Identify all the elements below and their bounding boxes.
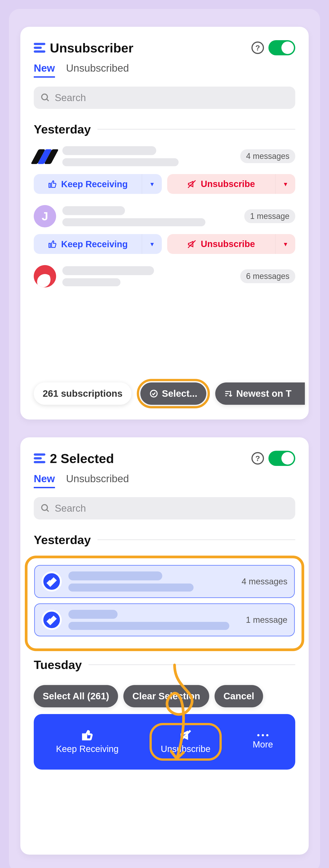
thumbs-up-icon	[48, 180, 57, 189]
svg-line-6	[47, 509, 49, 512]
select-mode-button[interactable]: Select...	[140, 382, 206, 405]
section-header: Yesterday	[34, 122, 295, 136]
selected-item[interactable]: 4 messages	[34, 565, 295, 598]
clear-selection-button[interactable]: Clear Selection	[124, 685, 209, 707]
unsubscribe-action[interactable]: Unsubscribe	[161, 730, 210, 754]
chevron-down-icon[interactable]: ▾	[142, 174, 162, 194]
checkmark-icon[interactable]	[42, 571, 62, 592]
checkmark-icon[interactable]	[42, 610, 62, 630]
app-logo-icon	[34, 43, 45, 53]
unsubscribe-button[interactable]: Unsubscribe ▾	[167, 234, 295, 254]
tab-unsubscribed[interactable]: Unsubscribed	[66, 473, 129, 488]
feature-toggle[interactable]	[268, 451, 295, 466]
megaphone-off-icon	[187, 240, 196, 249]
section-header: Yesterday	[34, 533, 295, 547]
sender-info-redacted	[62, 266, 234, 286]
svg-line-2	[188, 180, 196, 188]
sort-icon	[224, 390, 233, 398]
search-input[interactable]: Search	[34, 87, 295, 109]
cancel-button[interactable]: Cancel	[215, 685, 263, 707]
more-icon	[257, 734, 268, 736]
unsubscribe-button[interactable]: Unsubscribe ▾	[167, 174, 295, 194]
chevron-down-icon[interactable]: ▾	[275, 174, 295, 194]
subscription-count-pill[interactable]: 261 subscriptions	[34, 382, 131, 405]
unsubscriber-panel: Unsubscriber ? New Unsubscribed Search Y…	[20, 27, 309, 420]
help-icon[interactable]: ?	[251, 452, 264, 465]
divider	[88, 664, 295, 665]
panel-header: Unsubscriber ?	[34, 40, 295, 55]
sender-info-redacted	[62, 146, 234, 166]
message-count-badge: 4 messages	[240, 149, 295, 163]
message-count: 4 messages	[242, 577, 287, 586]
tabs: New Unsubscribed	[34, 473, 295, 488]
megaphone-off-icon	[180, 730, 191, 741]
section-title: Yesterday	[34, 533, 91, 547]
message-count-badge: 1 message	[244, 209, 295, 223]
svg-line-1	[47, 99, 49, 101]
svg-line-3	[188, 240, 196, 248]
subscription-item[interactable]: 6 messages	[34, 265, 295, 287]
tabs: New Unsubscribed	[34, 62, 295, 78]
select-all-button[interactable]: Select All (261)	[34, 685, 118, 707]
bottom-toolbar: 261 subscriptions Select... Newest on T	[34, 379, 309, 408]
subscription-item[interactable]: 4 messages	[34, 145, 295, 167]
sender-avatar: J	[34, 205, 56, 227]
message-count: 1 message	[246, 615, 287, 625]
sender-avatar	[34, 145, 56, 167]
sender-info-redacted	[68, 610, 239, 630]
sender-avatar	[34, 265, 56, 287]
panel-header: 2 Selected ?	[34, 451, 295, 466]
app-logo-icon	[34, 454, 45, 463]
action-bar: Keep Receiving Unsubscribe More	[34, 714, 295, 770]
highlight-ring: Select...	[137, 379, 210, 408]
help-icon[interactable]: ?	[251, 41, 264, 54]
svg-point-5	[42, 505, 48, 510]
search-icon	[40, 93, 50, 103]
subscription-item[interactable]: J 1 message	[34, 205, 295, 227]
check-circle-icon	[149, 389, 158, 398]
feature-toggle[interactable]	[268, 40, 295, 55]
tutorial-frame: Unsubscriber ? New Unsubscribed Search Y…	[9, 9, 320, 868]
panel-title: 2 Selected	[50, 451, 247, 466]
selection-panel: 2 Selected ? New Unsubscribed Search Yes…	[20, 437, 309, 855]
tab-new[interactable]: New	[34, 473, 55, 488]
search-placeholder: Search	[55, 503, 86, 514]
thumbs-up-icon	[48, 240, 57, 249]
megaphone-off-icon	[187, 180, 196, 189]
highlight-ring: Unsubscribe	[149, 723, 221, 761]
divider	[98, 129, 295, 129]
highlight-box: 4 messages 1 message	[25, 556, 304, 651]
panel-title: Unsubscriber	[50, 40, 247, 55]
item-actions: Keep Receiving ▾ Unsubscribe ▾	[34, 174, 295, 194]
search-input[interactable]: Search	[34, 497, 295, 520]
section-title: Yesterday	[34, 122, 91, 136]
thumbs-up-icon	[82, 730, 93, 741]
sender-info-redacted	[68, 571, 235, 592]
search-icon	[40, 503, 50, 513]
brand-icon	[34, 151, 56, 162]
keep-receiving-button[interactable]: Keep Receiving ▾	[34, 174, 162, 194]
more-action[interactable]: More	[252, 734, 273, 749]
tab-new[interactable]: New	[34, 62, 55, 78]
divider	[98, 539, 295, 540]
selected-item[interactable]: 1 message	[34, 603, 295, 637]
chevron-down-icon[interactable]: ▾	[142, 234, 162, 254]
keep-receiving-action[interactable]: Keep Receiving	[56, 730, 118, 754]
keep-receiving-button[interactable]: Keep Receiving ▾	[34, 234, 162, 254]
section-header: Tuesday	[34, 658, 295, 672]
tab-unsubscribed[interactable]: Unsubscribed	[66, 62, 129, 78]
sender-info-redacted	[62, 206, 238, 226]
selection-toolbar: Select All (261) Clear Selection Cancel	[34, 685, 295, 707]
search-placeholder: Search	[55, 92, 86, 103]
sort-button[interactable]: Newest on T	[215, 382, 305, 405]
section-title: Tuesday	[34, 658, 82, 672]
chevron-down-icon[interactable]: ▾	[275, 234, 295, 254]
item-actions: Keep Receiving ▾ Unsubscribe ▾	[34, 234, 295, 254]
svg-point-0	[42, 94, 48, 100]
message-count-badge: 6 messages	[240, 269, 295, 283]
